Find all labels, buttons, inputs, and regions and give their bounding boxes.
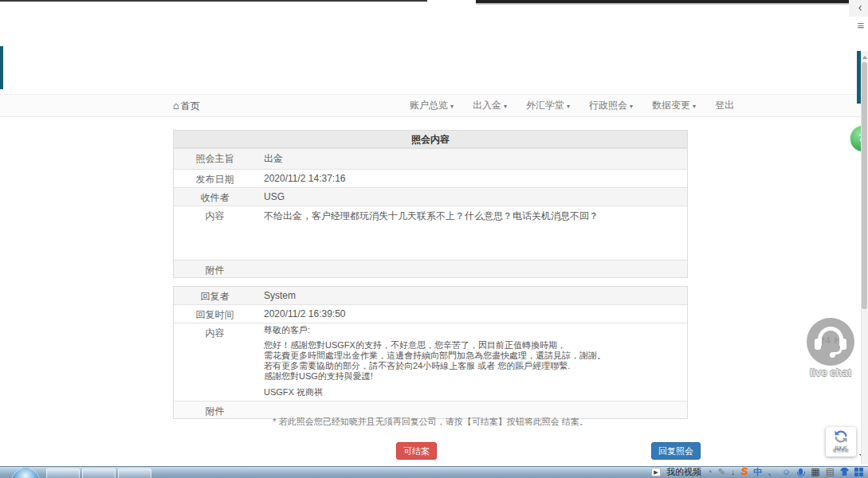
reply-inquiry-button[interactable]: 回复照会: [651, 442, 701, 460]
close-case-button[interactable]: 可结案: [396, 442, 437, 460]
panel-title: 照会内容: [174, 131, 687, 148]
nav-home-label: 首页: [181, 100, 200, 112]
ime-emoji-icon[interactable]: ☺: [782, 466, 791, 477]
system-tray: ▶ 我的视频 ◔ ✎ ↓ S 中 、 ☺ ▦ ▤: [651, 465, 863, 478]
nav-item-label: 登出: [715, 100, 734, 111]
nav-item-admin-inquiry[interactable]: 行政照会▾: [589, 99, 633, 112]
page: ‹ ≡ ⌂首页 账户总览▾ 出入金▾ 外汇学堂▾ 行政照会▾ 数据变更▾ 登出 …: [0, 0, 868, 478]
table-row-replier: 回复者 System: [174, 287, 687, 304]
inquiry-panel: 照会内容 照会主旨 出金 发布日期 2020/11/2 14:37:16 收件者…: [173, 130, 688, 419]
row-label: 内容: [174, 323, 256, 401]
row-label: 照会主旨: [174, 149, 256, 169]
table-row-content: 内容 不给出金，客户经理都玩消失十几天联系不上？什么意思？电话关机消息不回？: [174, 206, 687, 260]
row-value: USG: [256, 188, 687, 206]
ime-keyboard-icon[interactable]: ▦: [811, 466, 819, 477]
nav-home-link[interactable]: ⌂首页: [173, 100, 200, 113]
live-chat-label: live chat: [803, 366, 858, 378]
row-label: 回复者: [174, 287, 256, 304]
nav-item-label: 行政照会: [589, 100, 627, 111]
top-strip-shadow: [476, 3, 849, 5]
table-row-publish-date: 发布日期 2020/11/2 14:37:16: [174, 169, 687, 187]
row-value: 不给出金，客户经理都玩消失十几天联系不上？什么意思？电话关机消息不回？: [256, 206, 687, 260]
caret-down-icon: ▾: [567, 103, 570, 110]
top-border-line: [0, 0, 427, 2]
nav-item-forex-school[interactable]: 外汇学堂▾: [526, 99, 570, 112]
reply-table: 回复者 System 回复时间 2020/11/2 16:39:50 内容 尊敬…: [173, 286, 688, 419]
reply-line: 需花費更多時間處理出金作業，這邊會持續向部門加急為您盡快處理，還請見諒，謝謝。: [264, 351, 681, 361]
reply-line: 若有更多需要協助的部分，請不吝於向24小時線上客服 或者 您的賬戶經理聯繫.: [264, 361, 681, 371]
row-label: 内容: [174, 206, 256, 260]
reply-greeting: 尊敬的客戶:: [264, 325, 681, 335]
sogou-ime-icon[interactable]: S: [740, 466, 748, 477]
table-row-subject: 照会主旨 出金: [174, 148, 687, 169]
nav-item-logout[interactable]: 登出: [715, 99, 734, 112]
history-tray-icon[interactable]: ◔: [707, 466, 713, 477]
top-navbar: ⌂首页 账户总览▾ 出入金▾ 外汇学堂▾ 行政照会▾ 数据变更▾ 登出: [0, 94, 861, 117]
ime-clipboard-icon[interactable]: ▤: [826, 466, 835, 477]
ime-chinese-mode-icon[interactable]: 中: [753, 466, 762, 477]
table-row-recipient: 收件者 USG: [174, 187, 687, 206]
recaptcha-icon: [833, 429, 849, 445]
row-value: 2020/11/2 14:37:16: [256, 170, 687, 187]
ime-microphone-icon[interactable]: [799, 468, 803, 475]
inquiry-table: 照会内容 照会主旨 出金 发布日期 2020/11/2 14:37:16 收件者…: [173, 130, 688, 278]
nav-item-account-overview[interactable]: 账户总览▾: [410, 99, 454, 112]
caret-down-icon: ▾: [693, 103, 696, 110]
nav-item-label: 出入金: [473, 100, 501, 111]
reply-line: 感謝您對USG的支持與愛護!: [264, 371, 681, 382]
taskbar-app-button[interactable]: [118, 468, 151, 478]
download-tray-icon[interactable]: ↓: [731, 466, 736, 477]
caret-down-icon: ▾: [630, 103, 633, 110]
row-label: 收件者: [174, 188, 256, 206]
ime-punctuation-icon[interactable]: 、: [768, 466, 776, 477]
live-chat-button[interactable]: 24 H: [807, 318, 854, 366]
home-icon: ⌂: [173, 100, 179, 112]
nav-item-deposit-withdraw[interactable]: 出入金▾: [473, 99, 507, 112]
scrollbar-thumb[interactable]: [862, 62, 867, 309]
headset-earpad-left: [815, 339, 821, 350]
collapse-sidebar-icon[interactable]: ‹: [854, 1, 866, 14]
left-edge-banner-strip: [0, 46, 3, 89]
nav-item-label: 数据变更: [652, 100, 690, 111]
nav-item-label: 外汇学堂: [526, 100, 564, 111]
row-value: [256, 261, 687, 277]
taskbar-app-button[interactable]: [46, 468, 80, 478]
video-player-icon[interactable]: ▶: [651, 468, 661, 476]
headset-mic-dot: [830, 352, 835, 358]
table-row-attachment: 附件: [174, 260, 687, 277]
reply-signature: USGFX 祝商祺: [264, 387, 681, 398]
ime-toolbox-icon[interactable]: [854, 468, 863, 476]
row-label: 发布日期: [174, 170, 256, 187]
hamburger-menu-icon[interactable]: ≡: [854, 19, 867, 32]
scrollbar-up-arrow-icon[interactable]: [862, 56, 867, 59]
table-row-reply-content: 内容 尊敬的客戶: 您好！感謝您對USGFX的支持，不好意思，您辛苦了，因目前正…: [174, 323, 687, 401]
close-case-note: * 若此照会您已经知晓并且无须再回复公司，请按【可结案】按钮将此照会 结案。: [173, 416, 688, 428]
row-value: 出金: [256, 149, 687, 169]
pen-tray-icon[interactable]: ✎: [718, 466, 725, 477]
caret-down-icon: ▾: [450, 103, 454, 110]
caret-down-icon: ▾: [504, 103, 507, 110]
reply-line: 您好！感謝您對USGFX的支持，不好意思，您辛苦了，因目前正值轉換時期，: [264, 340, 681, 351]
row-label: 回复时间: [174, 305, 256, 323]
row-value: 2020/11/2 16:39:50: [256, 305, 687, 323]
ime-skin-icon[interactable]: [840, 468, 849, 476]
row-label: 附件: [174, 261, 256, 277]
taskbar-app-button[interactable]: [82, 468, 116, 478]
nav-item-label: 账户总览: [410, 100, 448, 111]
my-video-label[interactable]: 我的视频: [666, 466, 701, 478]
nav-menu: 账户总览▾ 出入金▾ 外汇学堂▾ 行政照会▾ 数据变更▾ 登出: [410, 95, 734, 116]
row-value: System: [256, 287, 687, 304]
recaptcha-terms-link[interactable]: 使用条款: [828, 448, 854, 452]
row-value: 尊敬的客戶: 您好！感謝您對USGFX的支持，不好意思，您辛苦了，因目前正值轉換…: [256, 323, 687, 401]
recaptcha-badge[interactable]: 隐私权 使用条款: [826, 427, 856, 456]
nav-item-data-change[interactable]: 数据变更▾: [652, 99, 696, 112]
table-row-reply-time: 回复时间 2020/11/2 16:39:50: [174, 304, 687, 323]
